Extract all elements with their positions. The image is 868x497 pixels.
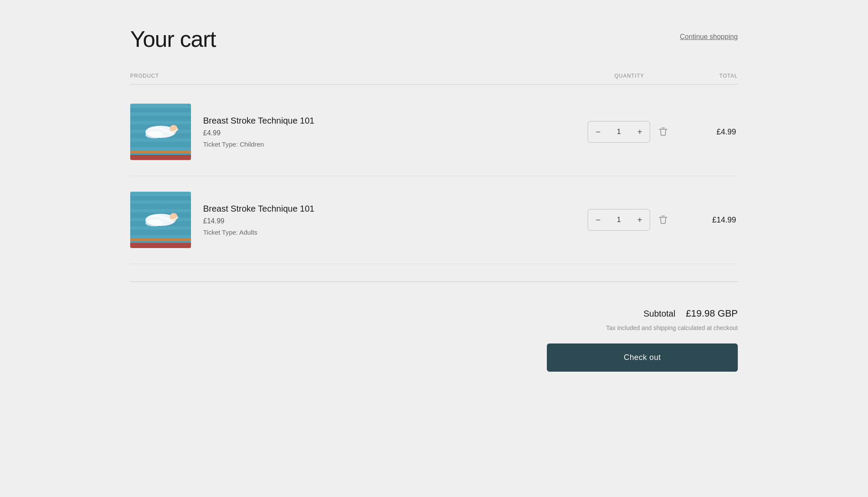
svg-point-11 [145,131,163,138]
product-image [130,104,191,160]
page-container: Your cart Continue shopping PRODUCT QUAN… [130,26,738,471]
item-price: £4.99 [203,129,314,137]
svg-rect-7 [130,155,191,160]
svg-point-23 [145,219,163,226]
cart-header-row: PRODUCT QUANTITY TOTAL [130,73,738,85]
svg-rect-2 [130,112,191,116]
header-quantity: QUANTITY [586,73,673,79]
item-product: Breast Stroke Technique 101 £14.99 Ticke… [130,192,586,248]
svg-rect-1 [130,104,191,108]
cart-divider [130,281,738,282]
item-quantity-control: − 1 + [586,209,673,231]
svg-rect-15 [130,209,191,213]
subtotal-row: Subtotal £19.98 GBP [644,308,738,319]
item-details: Breast Stroke Technique 101 £4.99 Ticket… [203,116,314,148]
cart-table: PRODUCT QUANTITY TOTAL [130,73,738,264]
svg-rect-18 [130,235,191,239]
trash-icon [659,215,667,225]
item-quantity-control: − 1 + [586,121,673,143]
item-name: Breast Stroke Technique 101 [203,116,314,126]
svg-rect-6 [130,147,191,150]
cart-item: Breast Stroke Technique 101 £14.99 Ticke… [130,176,738,264]
continue-shopping-link[interactable]: Continue shopping [680,33,738,41]
page-header: Your cart Continue shopping [130,26,738,52]
delete-item-button[interactable] [655,124,671,140]
cart-item: Breast Stroke Technique 101 £4.99 Ticket… [130,88,738,176]
item-total-price: £14.99 [673,216,738,225]
tax-note: Tax included and shipping calculated at … [606,324,738,331]
item-ticket-type: Ticket Type: Children [203,141,314,148]
page-title: Your cart [130,26,216,52]
increase-quantity-button[interactable]: + [630,209,650,230]
subtotal-value: £19.98 GBP [686,308,738,319]
header-total: TOTAL [673,73,738,79]
header-product: PRODUCT [130,73,586,79]
subtotal-label: Subtotal [644,309,675,319]
svg-rect-14 [130,200,191,204]
decrease-quantity-button[interactable]: − [588,121,608,142]
svg-rect-5 [130,138,191,142]
quantity-stepper: − 1 + [588,209,650,231]
trash-icon [659,127,667,137]
quantity-value: 1 [608,216,630,224]
increase-quantity-button[interactable]: + [630,121,650,142]
quantity-value: 1 [608,128,630,136]
item-product: Breast Stroke Technique 101 £4.99 Ticket… [130,104,586,160]
quantity-stepper: − 1 + [588,121,650,143]
svg-rect-17 [130,226,191,230]
item-total-price: £4.99 [673,128,738,137]
checkout-button[interactable]: Check out [547,343,738,372]
item-details: Breast Stroke Technique 101 £14.99 Ticke… [203,204,314,236]
product-image [130,192,191,248]
item-name: Breast Stroke Technique 101 [203,204,314,214]
decrease-quantity-button[interactable]: − [588,209,608,230]
svg-rect-8 [130,150,191,153]
svg-rect-19 [130,243,191,248]
svg-rect-3 [130,121,191,124]
item-price: £14.99 [203,217,314,225]
cart-footer: Subtotal £19.98 GBP Tax included and shi… [130,308,738,372]
delete-item-button[interactable] [655,212,671,228]
svg-rect-20 [130,239,191,241]
item-ticket-type: Ticket Type: Adults [203,229,314,236]
svg-rect-13 [130,192,191,196]
